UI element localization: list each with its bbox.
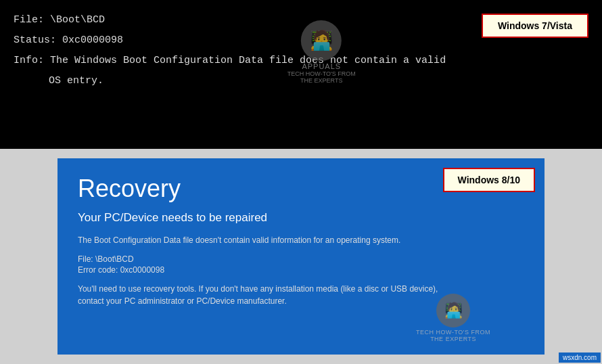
appuals-icon-bottom: 🧑‍💻 [436, 294, 470, 327]
info-value: The Windows Boot Configuration Data file… [50, 55, 446, 66]
file-value: \Boot\BCD [50, 14, 105, 26]
appuals-icon-top: 🧑‍💻 [301, 20, 342, 61]
recovery-tools-text: You'll need to use recovery tools. If yo… [78, 283, 443, 307]
windows-7-vista-label: Windows 7/Vista [498, 20, 572, 31]
recovery-description: The Boot Configuration Data file doesn't… [78, 234, 524, 246]
appuals-watermark-bottom: 🧑‍💻 TECH HOW-TO'S FROM THE EXPERTS [416, 294, 490, 342]
info-value-2: OS entry. [49, 75, 103, 87]
appuals-subtext-top: TECH HOW-TO'S FROMTHE EXPERTS [287, 70, 356, 84]
recovery-error: Error code: 0xc0000098 [78, 265, 524, 275]
terminal-section: Windows 7/Vista File: \Boot\BCD Status: … [0, 0, 602, 149]
status-value: 0xc0000098 [62, 35, 123, 46]
recovery-section: Windows 8/10 Recovery Your PC/Device nee… [0, 149, 602, 364]
appuals-logo-top: 🧑‍💻 APPUALS TECH HOW-TO'S FROMTHE EXPERT… [287, 20, 356, 84]
file-label: File: [14, 14, 44, 26]
recovery-file: File: \Boot\BCD [78, 254, 524, 264]
appuals-logo-bottom: 🧑‍💻 TECH HOW-TO'S FROM THE EXPERTS [416, 294, 490, 342]
recovery-subtitle: Your PC/Device needs to be repaired [78, 211, 524, 225]
windows-8-10-badge: Windows 8/10 [443, 168, 535, 192]
appuals-text-bottom: TECH HOW-TO'S FROM THE EXPERTS [416, 329, 490, 342]
wsxdn-badge: wsxdn.com [559, 352, 601, 363]
info-label: Info: [14, 55, 44, 66]
status-label: Status: [14, 35, 56, 46]
appuals-text-top: APPUALS [302, 62, 341, 70]
windows-7-vista-badge: Windows 7/Vista [482, 14, 588, 38]
appuals-watermark-top: 🧑‍💻 APPUALS TECH HOW-TO'S FROMTHE EXPERT… [287, 20, 356, 84]
windows-8-10-label: Windows 8/10 [458, 175, 520, 185]
recovery-screen: Windows 8/10 Recovery Your PC/Device nee… [57, 158, 545, 355]
